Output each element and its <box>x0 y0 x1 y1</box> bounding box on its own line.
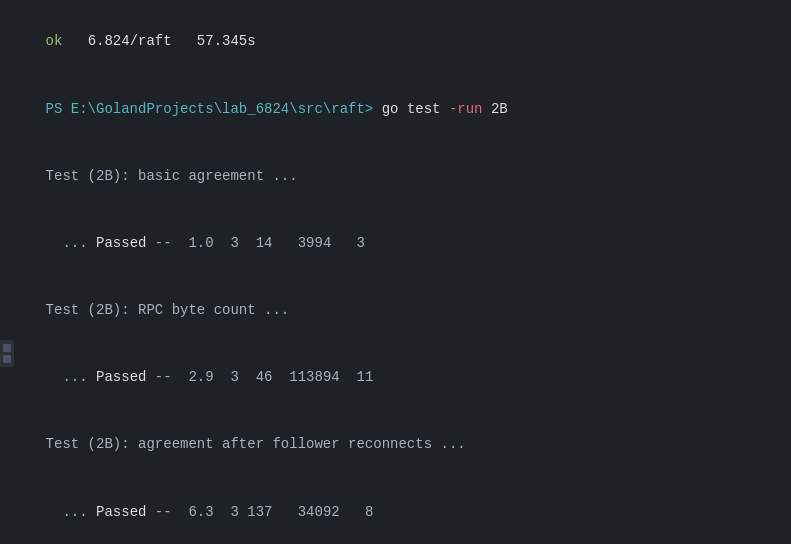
line-passed-2: ... Passed -- 2.9 3 46 113894 11 <box>12 344 779 411</box>
line-test-rpc-byte: Test (2B): RPC byte count ... <box>12 277 779 344</box>
passed-label-2: Passed <box>96 369 146 385</box>
passed-label-3: Passed <box>96 504 146 520</box>
terminal: ok 6.824/raft 57.345s PS E:\GolandProjec… <box>0 0 791 544</box>
line-test-basic: Test (2B): basic agreement ... <box>12 142 779 209</box>
cmd-flag: -run <box>449 101 483 117</box>
line-passed-1: ... Passed -- 1.0 3 14 3994 3 <box>12 210 779 277</box>
sidebar-indicators <box>0 340 14 367</box>
cmd-arg: 2B <box>483 101 508 117</box>
sidebar-dot-2 <box>3 355 11 363</box>
line-ok-prev: ok 6.824/raft 57.345s <box>12 8 779 75</box>
line-ps-command: PS E:\GolandProjects\lab_6824\src\raft> … <box>12 75 779 142</box>
sidebar-dot-1 <box>3 344 11 352</box>
cmd-go: go test <box>382 101 449 117</box>
line-passed-3: ... Passed -- 6.3 3 137 34092 8 <box>12 478 779 544</box>
passed-label-1: Passed <box>96 235 146 251</box>
ps-prompt: PS E:\GolandProjects\lab_6824\src\raft> <box>46 101 382 117</box>
line-test-agreement-follower: Test (2B): agreement after follower reco… <box>12 411 779 478</box>
ok-text-prev: ok <box>46 33 63 49</box>
